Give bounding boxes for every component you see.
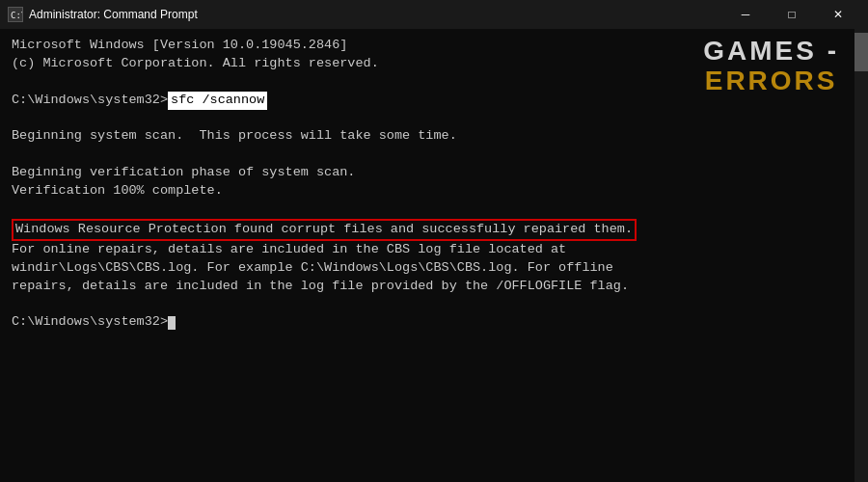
svg-text:C:\: C:\ bbox=[11, 11, 22, 20]
scrollbar-thumb[interactable] bbox=[854, 33, 868, 71]
window-controls: ─ □ ✕ bbox=[723, 0, 860, 29]
prompt1: C:\Windows\system32> bbox=[12, 92, 168, 110]
window-title: Administrator: Command Prompt bbox=[29, 8, 198, 21]
output-line8: Verification 100% complete. bbox=[12, 182, 856, 201]
output-line12: repairs, details are included in the log… bbox=[12, 278, 856, 296]
terminal-body: GAMES - ERRORS Microsoft Windows [Versio… bbox=[0, 29, 868, 482]
maximize-button[interactable]: □ bbox=[770, 0, 814, 29]
blank-line3 bbox=[12, 146, 856, 164]
blank-line5 bbox=[12, 295, 856, 313]
output-line7: Beginning verification phase of system s… bbox=[12, 164, 856, 182]
prompt2: C:\Windows\system32> bbox=[12, 313, 168, 332]
blank-line1 bbox=[12, 73, 856, 92]
sfc-command: sfc /scannow bbox=[168, 92, 267, 110]
highlighted-line: Windows Resource Protection found corrup… bbox=[12, 219, 856, 241]
final-prompt-line: C:\Windows\system32> bbox=[12, 313, 856, 332]
output-line10: For online repairs, details are included… bbox=[12, 241, 856, 259]
output-line1: Microsoft Windows [Version 10.0.19045.28… bbox=[12, 37, 856, 55]
cursor bbox=[168, 316, 176, 330]
cmd-icon: C:\ bbox=[8, 7, 23, 22]
blank-line4 bbox=[12, 201, 856, 219]
command-prompt-window: C:\ Administrator: Command Prompt ─ □ ✕ … bbox=[0, 0, 868, 482]
output-line2: (c) Microsoft Corporation. All rights re… bbox=[12, 55, 856, 73]
minimize-button[interactable]: ─ bbox=[723, 0, 768, 29]
close-button[interactable]: ✕ bbox=[816, 0, 860, 29]
output-line5: Beginning system scan. This process will… bbox=[12, 127, 856, 146]
title-bar: C:\ Administrator: Command Prompt ─ □ ✕ bbox=[0, 0, 868, 29]
highlight-box: Windows Resource Protection found corrup… bbox=[12, 219, 637, 241]
output-line11: windir\Logs\CBS\CBS.log. For example C:\… bbox=[12, 259, 856, 278]
blank-line2 bbox=[12, 110, 856, 128]
command-line: C:\Windows\system32>sfc /scannow bbox=[12, 92, 856, 110]
title-bar-left: C:\ Administrator: Command Prompt bbox=[8, 7, 198, 22]
scrollbar[interactable] bbox=[854, 29, 868, 482]
